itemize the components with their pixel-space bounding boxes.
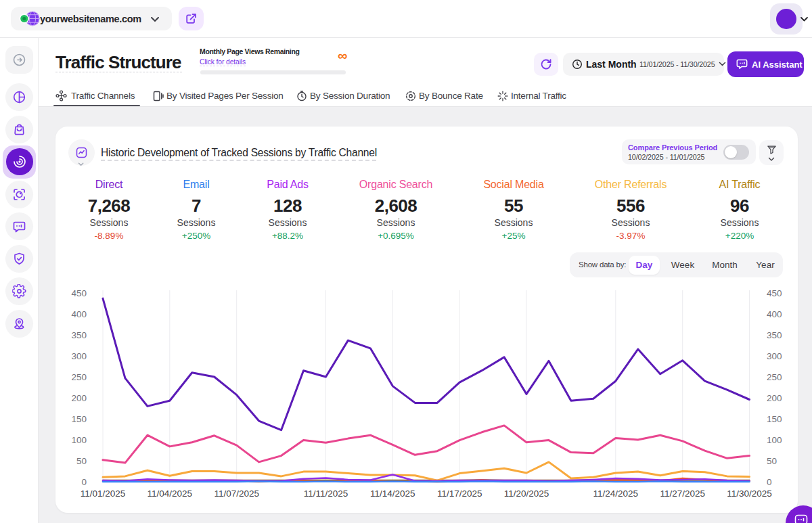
svg-text:150: 150 — [767, 414, 782, 424]
svg-text:50: 50 — [767, 456, 777, 466]
svg-text:250: 250 — [71, 372, 87, 382]
svg-text:400: 400 — [71, 309, 87, 319]
svg-text:100: 100 — [71, 435, 87, 445]
svg-text:11/17/2025: 11/17/2025 — [437, 488, 482, 499]
svg-text:150: 150 — [71, 414, 87, 424]
svg-text:450: 450 — [71, 288, 87, 298]
svg-text:0: 0 — [767, 477, 772, 487]
svg-text:11/01/2025: 11/01/2025 — [81, 488, 126, 499]
svg-text:11/07/2025: 11/07/2025 — [214, 488, 259, 499]
svg-text:11/27/2025: 11/27/2025 — [660, 488, 705, 499]
svg-text:11/20/2025: 11/20/2025 — [504, 488, 549, 499]
svg-text:450: 450 — [767, 288, 782, 298]
svg-text:11/04/2025: 11/04/2025 — [148, 488, 193, 499]
svg-text:350: 350 — [71, 330, 87, 340]
svg-text:11/30/2025: 11/30/2025 — [727, 488, 772, 499]
svg-text:400: 400 — [767, 309, 782, 319]
svg-text:100: 100 — [767, 435, 782, 445]
svg-text:200: 200 — [767, 393, 782, 403]
svg-text:250: 250 — [767, 372, 782, 382]
svg-text:300: 300 — [71, 351, 87, 361]
svg-text:200: 200 — [71, 393, 87, 403]
svg-text:11/24/2025: 11/24/2025 — [593, 488, 639, 499]
svg-text:0: 0 — [81, 477, 87, 487]
svg-text:350: 350 — [767, 330, 782, 340]
svg-text:50: 50 — [76, 456, 87, 466]
svg-text:300: 300 — [767, 351, 782, 361]
svg-text:11/11/2025: 11/11/2025 — [304, 488, 348, 499]
svg-text:11/14/2025: 11/14/2025 — [370, 488, 415, 499]
